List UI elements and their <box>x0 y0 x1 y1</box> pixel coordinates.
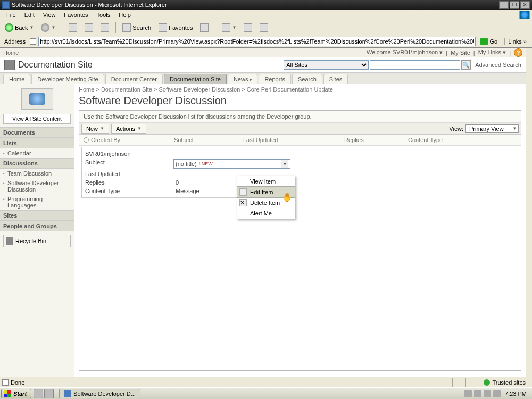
print-button[interactable] <box>241 22 255 34</box>
ql-heading-lists[interactable]: Lists <box>0 138 74 148</box>
ql-heading-people[interactable]: People and Groups <box>0 221 74 231</box>
history-button[interactable] <box>197 22 211 34</box>
bc-sdd[interactable]: Software Developer Discussion <box>159 86 240 93</box>
bc-leaf: Core Perl Documentation Update <box>247 86 333 93</box>
ie-icon <box>2 1 10 9</box>
ql-heading-sites[interactable]: Sites <box>0 210 74 221</box>
ql-item-team-discussion[interactable]: Team Discussion <box>0 169 74 178</box>
tab-developer-meeting[interactable]: Developer Meeting Site <box>31 74 104 84</box>
tab-document-center[interactable]: Document Center <box>105 74 163 84</box>
back-button[interactable]: Back▼ <box>2 22 36 34</box>
tab-search[interactable]: Search <box>292 74 322 84</box>
tray-icon[interactable] <box>464 390 472 397</box>
address-input[interactable] <box>38 37 476 46</box>
tray-icon[interactable] <box>493 390 501 397</box>
tab-home[interactable]: Home <box>3 74 30 84</box>
item-subject-dropdown[interactable]: (no title) ! NEW ▼ <box>173 159 290 169</box>
expand-toggle-icon[interactable] <box>84 137 89 143</box>
status-pane <box>452 378 466 387</box>
favorites-button[interactable]: Favorites <box>156 22 195 34</box>
view-selector[interactable]: Primary View <box>466 124 519 133</box>
history-icon <box>200 23 209 32</box>
system-tray: 7:23 PM <box>462 390 531 397</box>
clock[interactable]: 7:23 PM <box>503 390 529 397</box>
ql-ie-icon[interactable] <box>44 389 54 398</box>
mylinks-menu[interactable]: My Links ▾ <box>478 49 506 56</box>
discussion-icon <box>29 93 45 105</box>
view-all-site-content[interactable]: View All Site Content <box>3 114 71 124</box>
home-button[interactable] <box>98 22 112 34</box>
status-text: Done <box>11 379 24 386</box>
mysite-link[interactable]: My Site <box>451 49 470 56</box>
quick-launch-bar <box>34 389 54 398</box>
security-zone[interactable]: Trusted sites <box>479 379 530 386</box>
menu-help[interactable]: Help <box>114 11 135 19</box>
bc-docsite[interactable]: Documentation Site <box>101 86 152 93</box>
refresh-button[interactable] <box>82 22 96 34</box>
ql-item-software-dev-discussion[interactable]: Software Developer Discussion <box>0 178 74 194</box>
col-replies[interactable]: Replies <box>344 137 408 143</box>
menu-bar: File Edit View Favorites Tools Help <box>0 10 532 20</box>
site-header: Documentation Site All Sites 🔍 Advanced … <box>0 57 526 72</box>
ctx-view-item[interactable]: View Item <box>237 176 295 187</box>
edit-button[interactable] <box>257 22 271 34</box>
site-search-button[interactable]: 🔍 <box>461 60 471 70</box>
new-badge: ! NEW <box>199 161 213 167</box>
actions-menu[interactable]: Actions▼ <box>111 124 146 134</box>
col-created-by[interactable]: Created By <box>91 137 120 143</box>
tab-documentation-site[interactable]: Documentation Site <box>164 74 227 84</box>
site-title[interactable]: Documentation Site <box>18 60 93 70</box>
tab-news[interactable]: News▾ <box>228 74 258 84</box>
menu-favorites[interactable]: Favorites <box>60 11 92 19</box>
advanced-search-link[interactable]: Advanced Search <box>475 62 521 68</box>
ctx-delete-item[interactable]: ✕Delete Item <box>237 197 295 208</box>
tray-icon[interactable] <box>474 390 481 397</box>
help-icon[interactable]: ? <box>514 48 522 57</box>
col-subject[interactable]: Subject <box>174 137 243 143</box>
ql-item-calendar[interactable]: Calendar <box>0 148 74 158</box>
address-bar: Address Go Links » <box>0 35 532 48</box>
ctx-alert-me[interactable]: Alert Me <box>237 208 295 219</box>
task-button-ie[interactable]: Software Developer D... <box>59 389 140 398</box>
item-lastupdated-label: Last Updated <box>85 171 176 177</box>
col-content-type[interactable]: Content Type <box>408 137 517 143</box>
item-context-menu: View Item Edit Item ✕Delete Item Alert M… <box>237 176 295 219</box>
tab-reports[interactable]: Reports <box>259 74 291 84</box>
close-button[interactable]: ✕ <box>520 1 530 9</box>
bc-home[interactable]: Home <box>79 86 94 93</box>
menu-view[interactable]: View <box>39 11 60 19</box>
ql-heading-discussions[interactable]: Discussions <box>0 158 74 169</box>
chevron-down-icon[interactable]: ▼ <box>281 160 288 168</box>
mail-button[interactable]: ▼ <box>219 22 239 34</box>
refresh-icon <box>85 23 93 32</box>
menu-edit[interactable]: Edit <box>20 11 39 19</box>
ie-icon <box>64 390 71 397</box>
list-toolbar: New▼ Actions▼ View: Primary View <box>79 123 521 135</box>
ctx-edit-item[interactable]: Edit Item <box>237 186 295 198</box>
welcome-menu[interactable]: Welcome SVR01\mjohnson ▾ <box>367 49 443 56</box>
stop-button[interactable] <box>66 22 80 34</box>
ql-desktop-icon[interactable] <box>34 389 43 398</box>
ql-item-programming-languages[interactable]: Programming Languages <box>0 194 74 210</box>
menu-file[interactable]: File <box>2 11 20 19</box>
forward-button[interactable]: ▼ <box>38 22 58 34</box>
search-scope-select[interactable]: All Sites <box>284 60 369 70</box>
tab-sites[interactable]: Sites <box>323 74 348 84</box>
new-menu[interactable]: New▼ <box>81 124 109 134</box>
blank-icon <box>239 178 247 185</box>
tray-icon[interactable] <box>484 390 491 397</box>
restore-button[interactable]: ❐ <box>510 1 519 9</box>
links-toolbar[interactable]: Links » <box>504 38 530 45</box>
ql-heading-documents[interactable]: Documents <box>0 127 74 138</box>
site-search-input[interactable] <box>370 60 460 70</box>
recycle-bin-link[interactable]: Recycle Bin <box>3 235 71 247</box>
global-home-link[interactable]: Home <box>3 49 19 56</box>
start-button[interactable]: Start <box>1 389 31 398</box>
recycle-icon <box>6 237 13 245</box>
search-button[interactable]: Search <box>120 22 154 34</box>
go-button[interactable]: Go <box>478 37 500 46</box>
col-last-updated[interactable]: Last Updated <box>243 137 344 143</box>
site-logo-icon <box>4 60 15 70</box>
menu-tools[interactable]: Tools <box>93 11 115 19</box>
minimize-button[interactable]: _ <box>499 1 509 9</box>
